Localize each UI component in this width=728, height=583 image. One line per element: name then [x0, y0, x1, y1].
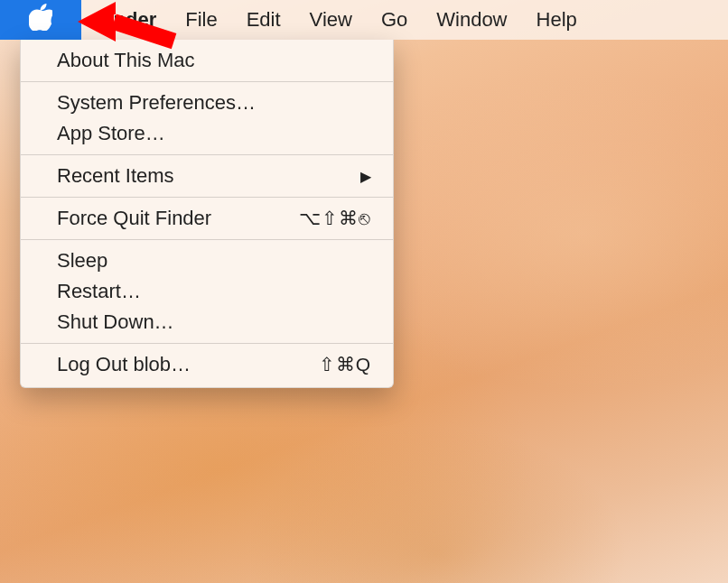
menu-item-label: About This Mac [57, 49, 371, 72]
menubar-item-label: Window [436, 8, 507, 32]
menubar-item-edit[interactable]: Edit [232, 0, 295, 40]
menu-item-label: Shut Down… [57, 310, 371, 334]
menu-item-label: App Store… [57, 122, 371, 145]
menu-item-label: Force Quit Finder [57, 207, 299, 230]
menu-item-restart[interactable]: Restart… [21, 276, 393, 307]
menu-item-label: Restart… [57, 280, 371, 303]
menu-separator [21, 81, 393, 82]
menu-separator [21, 343, 393, 344]
menubar-item-go[interactable]: Go [367, 0, 422, 40]
menubar-item-finder[interactable]: Finder [81, 0, 171, 40]
menu-item-label: System Preferences… [57, 91, 371, 115]
menu-separator [21, 197, 393, 198]
menu-item-shortcut: ⇧⌘Q [319, 354, 371, 375]
menubar-item-label: Go [381, 8, 407, 32]
apple-menu-button[interactable] [0, 0, 81, 40]
menu-item-shut-down[interactable]: Shut Down… [21, 307, 393, 338]
menu-item-label: Log Out blob… [57, 353, 319, 376]
menu-item-about-this-mac[interactable]: About This Mac [21, 45, 393, 76]
apple-menu-dropdown: About This Mac System Preferences… App S… [20, 40, 394, 388]
menu-separator [21, 154, 393, 155]
menu-item-force-quit[interactable]: Force Quit Finder ⌥⇧⌘⎋ [21, 203, 393, 234]
menu-item-app-store[interactable]: App Store… [21, 118, 393, 149]
menu-item-system-preferences[interactable]: System Preferences… [21, 88, 393, 118]
menu-item-log-out[interactable]: Log Out blob… ⇧⌘Q [21, 349, 393, 380]
apple-logo-icon [29, 4, 52, 36]
menubar-item-help[interactable]: Help [522, 0, 592, 40]
menu-separator [21, 239, 393, 240]
menubar-item-label: Edit [247, 8, 281, 32]
menubar-item-view[interactable]: View [295, 0, 367, 40]
menubar: Finder File Edit View Go Window Help [0, 0, 728, 40]
menu-item-label: Sleep [57, 249, 371, 273]
menubar-item-label: View [310, 8, 352, 32]
menubar-item-file[interactable]: File [171, 0, 231, 40]
menubar-item-window[interactable]: Window [422, 0, 521, 40]
menubar-item-label: File [185, 8, 217, 32]
menu-item-sleep[interactable]: Sleep [21, 245, 393, 276]
menu-item-shortcut: ⌥⇧⌘⎋ [299, 208, 371, 229]
menubar-item-label: Finder [96, 8, 156, 32]
menubar-item-label: Help [537, 8, 577, 32]
menu-item-label: Recent Items [57, 164, 360, 188]
submenu-arrow-icon: ▶ [360, 168, 371, 185]
menu-item-recent-items[interactable]: Recent Items ▶ [21, 161, 393, 191]
